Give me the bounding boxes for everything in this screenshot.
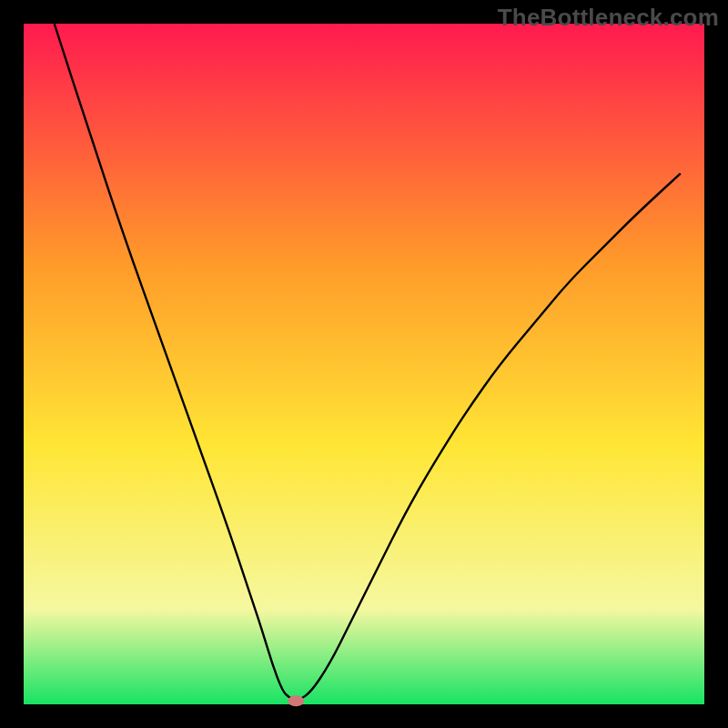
chart-container: TheBottleneck.com <box>0 0 728 728</box>
bottleneck-chart <box>0 0 728 728</box>
watermark-text: TheBottleneck.com <box>498 4 719 32</box>
min-point-marker <box>288 695 304 706</box>
plot-area <box>24 24 704 704</box>
